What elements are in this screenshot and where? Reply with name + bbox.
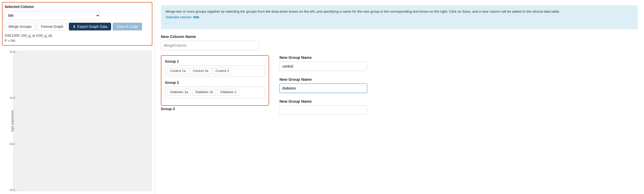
y-tick-3: 10.2 - [8, 142, 17, 146]
group-2-tags-box[interactable]: Diabetes 1a Diabetes 1b Diabetes 2 [165, 87, 265, 98]
column-select-wrapper: title [5, 11, 150, 20]
new-group-name-input-1[interactable] [279, 62, 367, 71]
group-1-tag-3[interactable]: Control 2 [213, 68, 232, 75]
group-2-tag-1[interactable]: Diabetes 1a [167, 89, 191, 96]
gene-info-line1: GSE1009: 100_g_at (100_g_at) [5, 33, 150, 38]
group-1-tag-2[interactable]: Control 1b [190, 68, 211, 75]
y-tick-4: 10.1 - [8, 188, 17, 191]
new-group-name-input-2[interactable] [279, 84, 367, 93]
group-1-block: Group 1 Control 1a Control 1b Control 2 [165, 59, 265, 77]
group-1-tags-box[interactable]: Control 1a Control 1b Control 2 [165, 66, 265, 77]
format-graph-button[interactable]: Format Graph [37, 23, 67, 30]
info-box: Merge two or more groups together by sel… [161, 5, 638, 29]
y-tick-1: 10.4 - [8, 50, 17, 53]
group-2-tag-3[interactable]: Diabetes 2 [218, 89, 239, 96]
save-r-code-button: Save R Code [113, 23, 142, 30]
selected-column-label: Selected Column [5, 5, 150, 9]
groups-column: Group 1 Control 1a Control 1b Control 2 … [161, 55, 269, 115]
group-2-tag-2[interactable]: Diabetes 1b [192, 89, 216, 96]
groups-box: Group 1 Control 1a Control 1b Control 2 … [161, 55, 269, 106]
new-group-name-input-3[interactable] [279, 106, 367, 115]
right-panel: Merge two or more groups together by sel… [155, 0, 644, 194]
selected-col-prefix: Selected column: title [166, 15, 199, 19]
new-column-name-label: New Column Name [161, 34, 638, 39]
left-panel: Selected Column title Merge Groups Forma… [0, 0, 155, 194]
group-3-block: Group 3 [161, 107, 269, 111]
chart-area: log2 expression 10.4 - 10.3 - 10.2 - 10.… [0, 48, 154, 194]
new-group-name-label-1: New Group Name [279, 55, 638, 60]
top-controls-box: Selected Column title Merge Groups Forma… [2, 2, 152, 46]
dot: . [166, 21, 167, 25]
download-icon: ⬇ [73, 25, 76, 29]
group-3-title: Group 3 [161, 107, 269, 111]
new-column-name-input[interactable] [161, 41, 259, 50]
selected-col-value: title [193, 15, 199, 19]
groups-and-names: Group 1 Control 1a Control 1b Control 2 … [161, 55, 638, 121]
column-select[interactable]: title [5, 11, 100, 20]
export-graph-button[interactable]: ⬇ Export Graph Data [69, 23, 111, 30]
gene-info-line2: P = NA [5, 38, 150, 43]
button-row: Merge Groups Format Graph ⬇ Export Graph… [5, 23, 150, 30]
group-2-title: Group 2 [165, 80, 265, 85]
group-1-tag-1[interactable]: Control 1a [167, 68, 188, 75]
merge-groups-button[interactable]: Merge Groups [5, 23, 35, 30]
info-text: Merge two or more groups together by sel… [166, 10, 560, 13]
gene-info: GSE1009: 100_g_at (100_g_at) P = NA [5, 33, 150, 43]
group-1-title: Group 1 [165, 59, 265, 63]
y-tick-2: 10.3 - [8, 96, 17, 99]
new-group-name-label-3: New Group Name [279, 99, 638, 103]
y-ticks: 10.4 - 10.3 - 10.2 - 10.1 - [8, 48, 17, 194]
names-column: New Group Name New Group Name New Group … [279, 55, 638, 121]
group-2-block: Group 2 Diabetes 1a Diabetes 1b Diabetes… [165, 80, 265, 98]
new-group-name-label-2: New Group Name [279, 77, 638, 82]
chart-background [13, 50, 152, 191]
